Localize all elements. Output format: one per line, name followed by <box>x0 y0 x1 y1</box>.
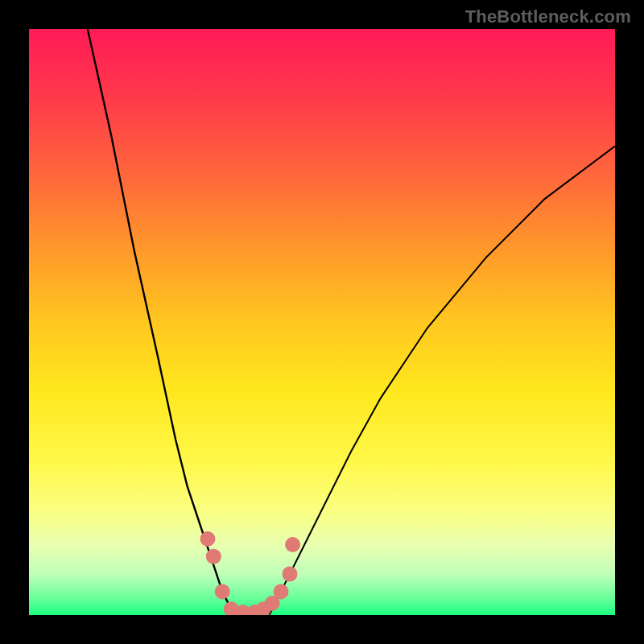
marker-dot <box>285 537 300 552</box>
marker-dot <box>200 531 216 547</box>
left-curve <box>88 29 234 615</box>
marker-dot <box>215 584 230 599</box>
right-curve <box>270 147 616 615</box>
marker-dot <box>274 584 289 599</box>
marker-dot <box>206 549 221 564</box>
chart-svg <box>29 29 615 615</box>
plot-area <box>29 29 615 615</box>
watermark-text: TheBottleneck.com <box>465 6 631 27</box>
marker-dot <box>283 567 298 582</box>
pink-markers <box>200 531 301 615</box>
chart-frame: TheBottleneck.com <box>0 0 644 644</box>
